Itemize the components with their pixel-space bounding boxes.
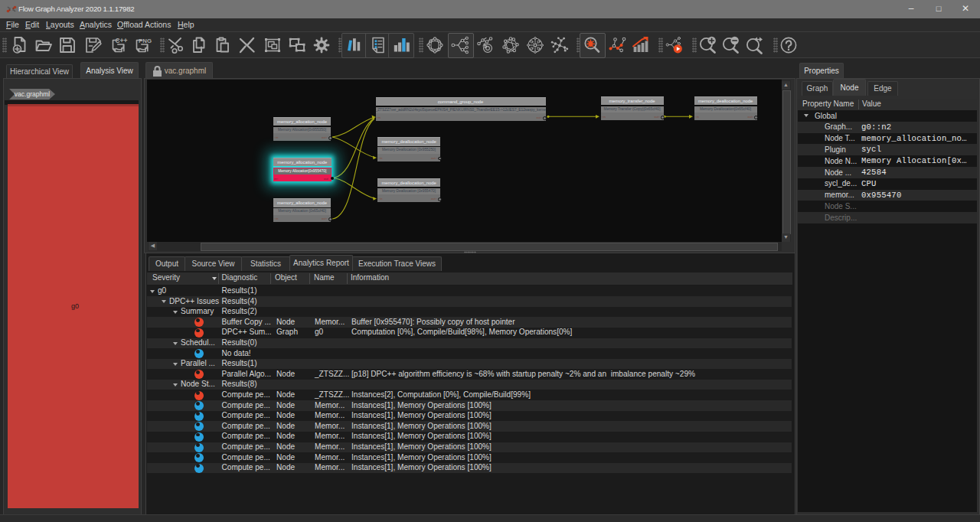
svg-text:PNG: PNG xyxy=(139,38,152,44)
svg-text:C++: C++ xyxy=(115,37,127,44)
